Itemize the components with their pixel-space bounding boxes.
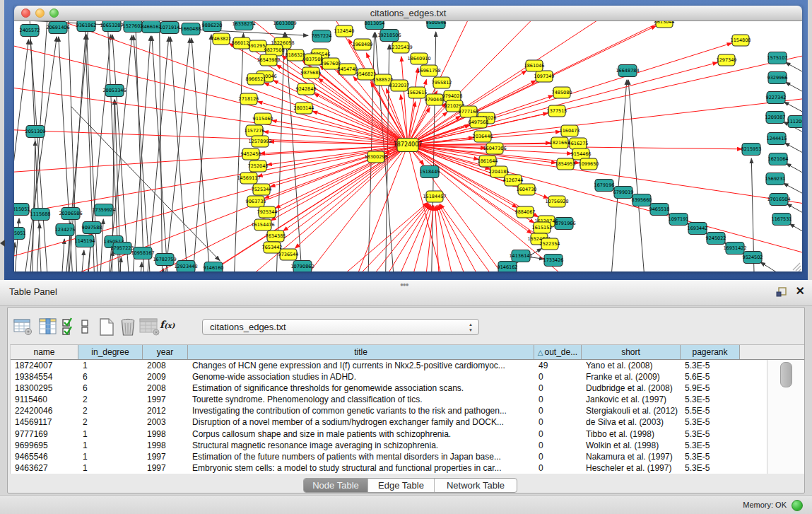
table-cell[interactable]: 2012 <box>143 405 188 416</box>
table-cell[interactable]: Corpus callosum shape and size in male p… <box>188 428 534 440</box>
row-height-icon[interactable] <box>81 317 89 336</box>
table-cell[interactable]: 1 <box>78 428 143 440</box>
table-row[interactable]: 946554611997Estimation of the future num… <box>11 451 804 462</box>
graph-edge[interactable] <box>408 68 418 145</box>
table-row[interactable]: 1456911722003Disruption of a novel membe… <box>11 416 804 428</box>
table-cell[interactable]: 6 <box>78 382 143 394</box>
table-cell[interactable]: Investigating the contribution of common… <box>188 405 534 416</box>
graph-edge[interactable] <box>314 203 428 271</box>
table-cell[interactable]: de Silva et al. (2003) <box>582 416 681 428</box>
table-row[interactable]: 946362711997Embryonic stem cells: a mode… <box>11 462 804 474</box>
table-cell[interactable]: 1 <box>78 462 143 474</box>
network-window-titlebar[interactable]: citations_edges.txt <box>14 6 802 21</box>
table-cell[interactable]: 2 <box>78 405 143 416</box>
table-cell[interactable]: 5.3E-5 <box>681 440 740 451</box>
column-header-in_degree[interactable]: in_degree <box>78 345 143 359</box>
table-scrollbar[interactable] <box>767 360 804 474</box>
graph-edge[interactable] <box>401 57 408 145</box>
close-window-button[interactable] <box>21 8 30 18</box>
column-header-short[interactable]: short <box>582 345 681 359</box>
float-panel-icon[interactable] <box>775 286 787 298</box>
column-header-year[interactable]: year <box>143 345 188 359</box>
graph-edge[interactable] <box>14 28 408 145</box>
network-graph[interactable]: 2405572206914069361862106532871527602846… <box>14 21 802 271</box>
table-cell[interactable]: Tourette syndrome. Phenomenology and cla… <box>188 394 534 405</box>
table-cell[interactable]: 9463627 <box>11 462 78 474</box>
graph-edge[interactable] <box>138 262 142 271</box>
table-cell[interactable]: 1998 <box>143 440 188 451</box>
table-cell[interactable]: 5.9E-5 <box>681 382 740 394</box>
table-cell[interactable]: 5.3E-5 <box>681 462 740 474</box>
network-canvas[interactable]: 2405572206914069361862106532871527602846… <box>14 21 802 271</box>
table-cell[interactable]: Changes of HCN gene expression and I(f) … <box>188 360 534 371</box>
table-cell[interactable]: 0 <box>534 382 582 394</box>
table-cell[interactable]: 2008 <box>143 360 188 371</box>
table-cell[interactable]: 0 <box>534 416 582 428</box>
table-cell[interactable]: 0 <box>534 394 582 405</box>
table-row[interactable]: 911546021997Tourette syndrome. Phenomeno… <box>11 394 804 405</box>
column-header-name[interactable]: name <box>11 345 78 359</box>
graph-edge[interactable] <box>279 145 408 242</box>
graph-edge[interactable] <box>163 38 190 271</box>
table-cell[interactable]: 5.3E-5 <box>681 451 740 462</box>
minimize-window-button[interactable] <box>35 8 45 18</box>
table-cell[interactable]: 9465546 <box>11 451 78 462</box>
graph-edge[interactable] <box>357 204 430 271</box>
table-cell[interactable]: 0 <box>534 462 582 474</box>
table-cell[interactable]: 5.5E-5 <box>681 405 740 416</box>
table-cell[interactable]: 9115460 <box>11 394 78 405</box>
graph-edge[interactable] <box>159 21 163 271</box>
table-cell[interactable]: 18724007 <box>11 360 78 371</box>
zoom-window-button[interactable] <box>49 8 59 18</box>
table-selector-dropdown[interactable]: citations_edges.txt ▲▼ <box>202 319 479 335</box>
table-row[interactable]: 1938455462009Genome-wide association stu… <box>11 371 804 382</box>
table-cell[interactable]: 19384554 <box>11 371 78 382</box>
graph-edge[interactable] <box>264 83 408 145</box>
table-cell[interactable]: Hescheler et al. (1997) <box>582 462 681 474</box>
table-row[interactable]: 969969511998Structural magnetic resonanc… <box>11 440 804 451</box>
graph-edge[interactable] <box>760 262 784 271</box>
table-cell[interactable]: 2 <box>78 416 143 428</box>
delete-table-icon[interactable] <box>119 317 137 337</box>
graph-edge[interactable] <box>336 204 429 271</box>
memory-ok-indicator-icon[interactable] <box>792 500 803 511</box>
column-header-pagerank[interactable]: pagerank <box>681 345 740 359</box>
table-cell[interactable]: 14569117 <box>11 416 78 428</box>
graph-edge[interactable] <box>628 80 647 271</box>
table-cell[interactable]: Franke et al. (2009) <box>582 371 681 382</box>
table-cell[interactable]: 6 <box>78 371 143 382</box>
column-header-title[interactable]: title <box>188 345 534 359</box>
graph-edge[interactable] <box>79 250 84 271</box>
table-cell[interactable]: 22420046 <box>11 405 78 416</box>
graph-edge[interactable] <box>786 163 802 201</box>
close-panel-icon[interactable]: ✕ <box>796 284 805 298</box>
resize-grip-icon[interactable] <box>793 263 801 271</box>
table-row[interactable]: 2242004622012Investigating the contribut… <box>11 405 804 416</box>
tab-network-table[interactable]: Network Table <box>435 479 517 492</box>
table-cell[interactable]: Dudbridge et al. (2008) <box>582 382 681 394</box>
table-row[interactable]: 977716911998Corpus callosum shape and si… <box>11 428 804 440</box>
graph-edge[interactable] <box>257 102 408 145</box>
table-cell[interactable]: Estimation of the future numbers of pati… <box>188 451 534 462</box>
table-cell[interactable]: 0 <box>534 440 582 451</box>
graph-edge[interactable] <box>192 38 212 271</box>
column-header-out_de[interactable]: △out_de... <box>534 345 582 359</box>
table-cell[interactable]: 0 <box>534 451 582 462</box>
select-all-icon[interactable] <box>61 317 77 336</box>
table-cell[interactable]: Embryonic stem cells: a model to study s… <box>188 462 534 474</box>
table-cell[interactable]: 0 <box>534 405 582 416</box>
table-cell[interactable]: Estimation of significance thresholds fo… <box>188 382 534 394</box>
graph-edge[interactable] <box>408 42 802 145</box>
table-cell[interactable]: 5.6E-5 <box>681 371 740 382</box>
graph-edge[interactable] <box>293 202 428 271</box>
table-cell[interactable]: 18300295 <box>11 382 78 394</box>
table-cell[interactable]: 5.3E-5 <box>681 394 740 405</box>
table-scrollbar-thumb[interactable] <box>780 362 792 387</box>
table-cell[interactable]: 1998 <box>143 428 188 440</box>
table-cell[interactable]: Structural magnetic resonance image aver… <box>188 440 534 451</box>
graph-edge[interactable] <box>14 243 15 271</box>
table-cell[interactable]: Disruption of a novel member of a sodium… <box>188 416 534 428</box>
table-settings-icon[interactable] <box>13 317 33 336</box>
table-cell[interactable]: 5.3E-5 <box>681 416 740 428</box>
table-cell[interactable]: 1 <box>78 451 143 462</box>
